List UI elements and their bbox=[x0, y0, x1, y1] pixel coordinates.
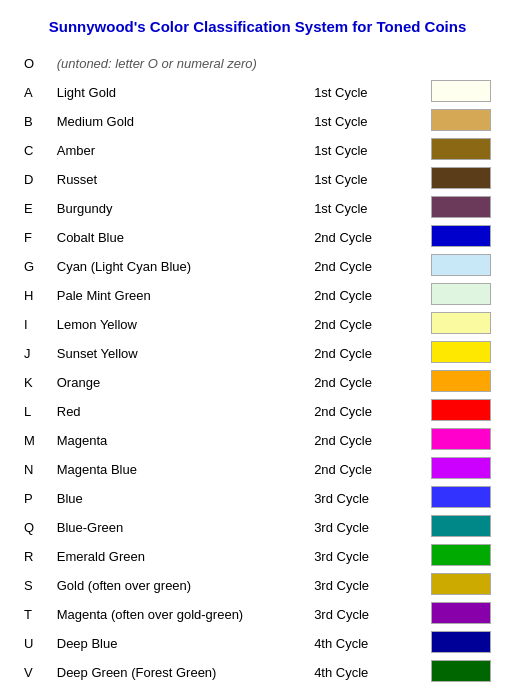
color-swatch bbox=[431, 341, 491, 363]
table-row: PBlue3rd Cycle bbox=[20, 484, 495, 513]
color-swatch bbox=[431, 254, 491, 276]
cycle-cell: 2nd Cycle bbox=[310, 455, 415, 484]
color-swatch bbox=[431, 428, 491, 450]
table-row: REmerald Green3rd Cycle bbox=[20, 542, 495, 571]
color-name-cell: Blue bbox=[53, 484, 310, 513]
letter-cell: V bbox=[20, 658, 53, 685]
letter-cell: E bbox=[20, 194, 53, 223]
table-row: GCyan (Light Cyan Blue)2nd Cycle bbox=[20, 252, 495, 281]
letter-cell: D bbox=[20, 165, 53, 194]
table-row: JSunset Yellow2nd Cycle bbox=[20, 339, 495, 368]
table-row: QBlue-Green3rd Cycle bbox=[20, 513, 495, 542]
color-name-cell: Magenta (often over gold-green) bbox=[53, 600, 310, 629]
cycle-cell: 1st Cycle bbox=[310, 165, 415, 194]
color-table: O(untoned: letter O or numeral zero)ALig… bbox=[20, 49, 495, 685]
color-name-cell: (untoned: letter O or numeral zero) bbox=[53, 49, 310, 78]
swatch-cell bbox=[415, 542, 495, 571]
color-name-cell: Blue-Green bbox=[53, 513, 310, 542]
color-swatch bbox=[431, 515, 491, 537]
letter-cell: K bbox=[20, 368, 53, 397]
letter-cell: Q bbox=[20, 513, 53, 542]
cycle-cell bbox=[310, 49, 415, 78]
color-name-cell: Orange bbox=[53, 368, 310, 397]
color-swatch bbox=[431, 602, 491, 624]
table-row: MMagenta2nd Cycle bbox=[20, 426, 495, 455]
cycle-cell: 4th Cycle bbox=[310, 629, 415, 658]
color-swatch bbox=[431, 457, 491, 479]
letter-cell: N bbox=[20, 455, 53, 484]
page-title: Sunnywood's Color Classification System … bbox=[20, 18, 495, 35]
swatch-cell bbox=[415, 368, 495, 397]
color-swatch bbox=[431, 399, 491, 421]
color-name-cell: Deep Green (Forest Green) bbox=[53, 658, 310, 685]
swatch-cell bbox=[415, 78, 495, 107]
color-name-cell: Pale Mint Green bbox=[53, 281, 310, 310]
color-swatch bbox=[431, 225, 491, 247]
cycle-cell: 2nd Cycle bbox=[310, 223, 415, 252]
cycle-cell: 3rd Cycle bbox=[310, 571, 415, 600]
color-name-cell: Magenta Blue bbox=[53, 455, 310, 484]
table-row: ILemon Yellow2nd Cycle bbox=[20, 310, 495, 339]
letter-cell: M bbox=[20, 426, 53, 455]
table-row: ALight Gold1st Cycle bbox=[20, 78, 495, 107]
color-name-cell: Light Gold bbox=[53, 78, 310, 107]
letter-cell: P bbox=[20, 484, 53, 513]
table-row: CAmber1st Cycle bbox=[20, 136, 495, 165]
color-swatch bbox=[431, 312, 491, 334]
letter-cell: S bbox=[20, 571, 53, 600]
swatch-cell bbox=[415, 107, 495, 136]
swatch-cell bbox=[415, 397, 495, 426]
table-row: NMagenta Blue2nd Cycle bbox=[20, 455, 495, 484]
swatch-cell bbox=[415, 252, 495, 281]
color-name-cell: Magenta bbox=[53, 426, 310, 455]
color-name-cell: Red bbox=[53, 397, 310, 426]
swatch-cell bbox=[415, 281, 495, 310]
letter-cell: B bbox=[20, 107, 53, 136]
swatch-cell bbox=[415, 310, 495, 339]
swatch-cell bbox=[415, 455, 495, 484]
swatch-cell bbox=[415, 339, 495, 368]
letter-cell: R bbox=[20, 542, 53, 571]
table-row: SGold (often over green)3rd Cycle bbox=[20, 571, 495, 600]
color-name-cell: Sunset Yellow bbox=[53, 339, 310, 368]
letter-cell: U bbox=[20, 629, 53, 658]
color-swatch bbox=[431, 631, 491, 653]
cycle-cell: 3rd Cycle bbox=[310, 513, 415, 542]
cycle-cell: 1st Cycle bbox=[310, 78, 415, 107]
cycle-cell: 3rd Cycle bbox=[310, 542, 415, 571]
page-container: Sunnywood's Color Classification System … bbox=[0, 0, 515, 685]
table-row: TMagenta (often over gold-green)3rd Cycl… bbox=[20, 600, 495, 629]
cycle-cell: 2nd Cycle bbox=[310, 426, 415, 455]
letter-cell: I bbox=[20, 310, 53, 339]
letter-cell: T bbox=[20, 600, 53, 629]
swatch-cell bbox=[415, 513, 495, 542]
cycle-cell: 2nd Cycle bbox=[310, 397, 415, 426]
swatch-cell bbox=[415, 136, 495, 165]
swatch-cell bbox=[415, 165, 495, 194]
color-swatch bbox=[431, 544, 491, 566]
table-row: KOrange2nd Cycle bbox=[20, 368, 495, 397]
table-row: HPale Mint Green2nd Cycle bbox=[20, 281, 495, 310]
swatch-cell bbox=[415, 571, 495, 600]
letter-cell: L bbox=[20, 397, 53, 426]
cycle-cell: 4th Cycle bbox=[310, 658, 415, 685]
color-name-cell: Russet bbox=[53, 165, 310, 194]
color-name-cell: Amber bbox=[53, 136, 310, 165]
swatch-cell bbox=[415, 600, 495, 629]
swatch-cell bbox=[415, 194, 495, 223]
letter-cell: G bbox=[20, 252, 53, 281]
table-row: LRed2nd Cycle bbox=[20, 397, 495, 426]
swatch-cell bbox=[415, 223, 495, 252]
swatch-cell bbox=[415, 426, 495, 455]
letter-cell: C bbox=[20, 136, 53, 165]
cycle-cell: 2nd Cycle bbox=[310, 252, 415, 281]
swatch-cell bbox=[415, 484, 495, 513]
color-swatch bbox=[431, 80, 491, 102]
table-row: UDeep Blue4th Cycle bbox=[20, 629, 495, 658]
cycle-cell: 1st Cycle bbox=[310, 136, 415, 165]
color-swatch bbox=[431, 573, 491, 595]
color-swatch bbox=[431, 283, 491, 305]
letter-cell: O bbox=[20, 49, 53, 78]
table-row: VDeep Green (Forest Green)4th Cycle bbox=[20, 658, 495, 685]
color-swatch bbox=[431, 167, 491, 189]
